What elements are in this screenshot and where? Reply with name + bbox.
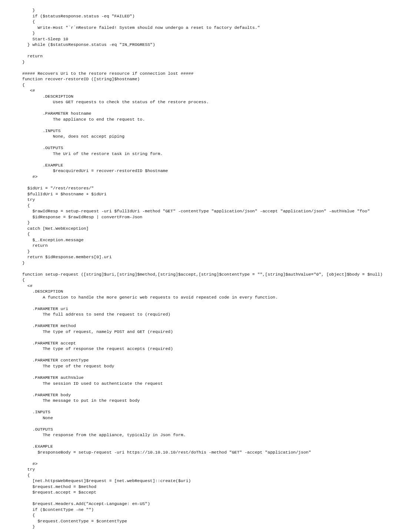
page-container: } if ($statusResponse.status -eq "FAILED… <box>0 0 400 532</box>
code-block: } if ($statusResponse.status -eq "FAILED… <box>22 7 385 530</box>
